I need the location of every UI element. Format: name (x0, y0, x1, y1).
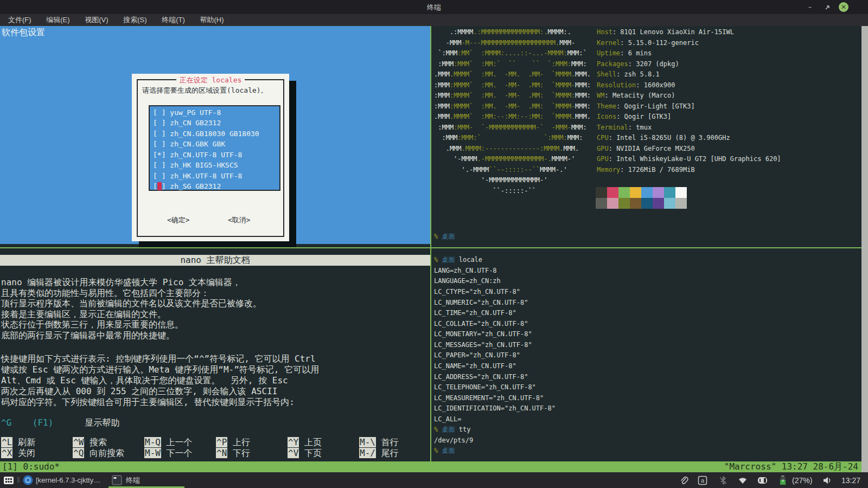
mint-menu-icon[interactable] (3, 475, 14, 488)
taskbar-separator: ‖ (17, 476, 20, 484)
shell-command-line: % 桌面 locale (434, 255, 482, 266)
taskbar-window-kernel[interactable]: [kernel-6.7.3-cjktty… (36, 476, 100, 485)
menu-search[interactable]: 搜索(S) (123, 14, 146, 26)
window-titlebar: 终端 – ✕ (0, 0, 868, 14)
minimize-button[interactable]: – (805, 2, 815, 12)
tmux-status-bar: [1] 0:sudo* "Marcross" 13:27 28-6月-24 (0, 461, 861, 472)
shortcut-key: M-\ (359, 437, 376, 447)
text-cursor (157, 182, 162, 190)
locales-dialog: 正在设定 locales 请选择需要生成的区域设置(locale)。 [ ] y… (132, 74, 289, 241)
dialog-prompt: 请选择需要生成的区域设置(locale)。 (142, 85, 268, 95)
dialog-title: 正在设定 locales (132, 74, 289, 85)
shortcut-key: ^X (1, 448, 12, 458)
locale-option[interactable]: [ ] zh_CN.GB18030 GB18030 (153, 129, 259, 139)
locale-option-cursor[interactable]: [ ] zh_SG GB2312 (153, 181, 221, 191)
volume-icon[interactable] (822, 476, 832, 487)
taskbar-clock[interactable]: 13:27 (841, 476, 860, 485)
nano-title-bar: nano 主帮助文档 (0, 255, 430, 266)
shortcut-key: M-/ (359, 448, 376, 458)
shortcut-key: ^V (288, 448, 299, 458)
battery-icon[interactable] (779, 475, 787, 488)
menu-file[interactable]: 文件(F) (8, 14, 31, 26)
desktop: 终端 – ✕ 文件(F) 编辑(E) 视图(V) 搜索(S) 终端(T) 帮助(… (0, 0, 868, 488)
locale-option[interactable]: [ ] zh_HK.UTF-8 UTF-8 (153, 171, 242, 181)
taskbar-window-terminal[interactable]: 终端 (126, 476, 140, 485)
tmux-session-window[interactable]: [1] 0:sudo* (2, 461, 60, 472)
locale-option[interactable]: [ ] zh_HK BIG5-HKSCS (153, 160, 238, 170)
maximize-button[interactable] (822, 2, 832, 12)
tmux-horizontal-divider[interactable] (0, 247, 861, 248)
bluetooth-disabled-icon[interactable] (718, 476, 728, 487)
menu-bar: 文件(F) 编辑(E) 视图(V) 搜索(S) 终端(T) 帮助(H) (0, 14, 868, 26)
ok-button[interactable]: <确定> (167, 215, 190, 225)
cancel-button[interactable]: <取消> (228, 215, 251, 225)
nano-help-entry: ^G (F1) 显示帮助 (1, 418, 119, 428)
locale-listbox: [ ] yuw_PG UTF-8 [ ] zh_CN GB2312 [ ] zh… (149, 105, 280, 191)
shell-prompt: % 桌面 (434, 446, 455, 457)
terminal-content: 软件包设置 正在设定 locales 请选择需要生成的区域设置(locale)。… (0, 26, 868, 472)
shortcut-key: ^N (216, 448, 227, 458)
debconf-screen-title: 软件包设置 (2, 27, 45, 38)
shortcut-key: M-W (144, 448, 161, 458)
locale-option[interactable]: [ ] zh_CN GB2312 (153, 118, 221, 128)
shortcut-key: ^W (73, 437, 84, 447)
battery-percentage: (27%) (792, 476, 812, 485)
menu-terminal[interactable]: 终端(T) (162, 14, 185, 26)
input-method-icon[interactable]: a (698, 476, 707, 487)
shortcut-key: ^Q (73, 448, 84, 458)
locale-option[interactable]: [ ] yuw_PG UTF-8 (153, 107, 221, 118)
tmux-vertical-divider[interactable] (430, 26, 431, 461)
shortcut-key: M-Q (144, 437, 161, 447)
taskbar: ‖ [kernel-6.7.3-cjktty… 终端 a (0, 472, 868, 488)
window-title: 终端 (0, 3, 868, 12)
locale-option-selected[interactable]: [*] zh_CN.UTF-8 UTF-8 (153, 150, 242, 160)
locale-option[interactable]: [ ] zh_CN.GBK GBK (153, 139, 225, 149)
shortcut-key: ^L (1, 437, 12, 447)
maximize-arrow-icon (825, 4, 831, 10)
shortcut-key: ^Y (288, 437, 299, 447)
shell-command-line: % 桌面 tty (434, 425, 470, 435)
browser-window-icon (23, 475, 33, 487)
display-settings-icon[interactable] (757, 476, 769, 487)
close-button[interactable]: ✕ (839, 2, 848, 12)
shell-prompt: % 桌面 (434, 232, 455, 242)
terminal-scrollbar[interactable] (861, 26, 868, 472)
wifi-icon[interactable] (738, 476, 748, 487)
menu-edit[interactable]: 编辑(E) (46, 14, 69, 26)
tmux-host-clock: "Marcross" 13:27 28-6月-24 (724, 461, 858, 472)
shortcut-key: ^P (216, 437, 227, 447)
paperclip-icon[interactable] (679, 476, 689, 487)
menu-view[interactable]: 视图(V) (85, 14, 108, 26)
terminal-window-icon (112, 475, 122, 487)
svg-text:a: a (701, 477, 705, 484)
menu-help[interactable]: 帮助(H) (200, 14, 224, 26)
